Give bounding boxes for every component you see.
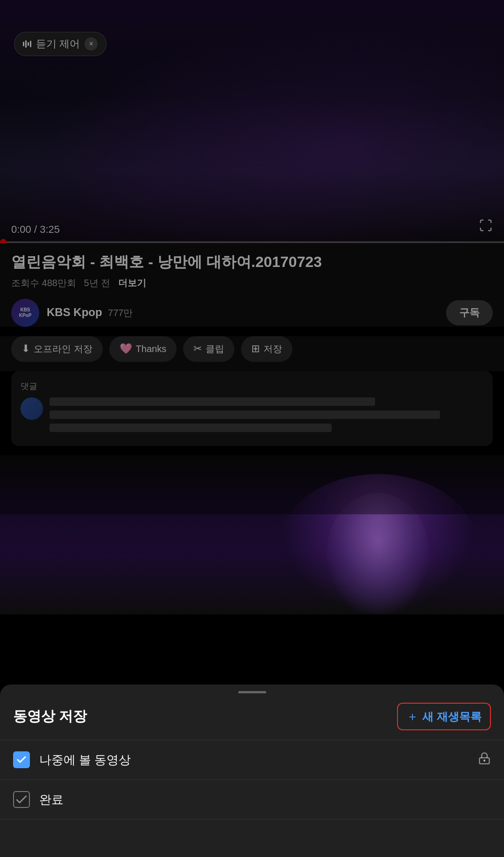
playlist-item-complete[interactable]: 완료 — [0, 780, 504, 820]
comment-line-3 — [50, 424, 332, 432]
comment-body — [21, 397, 483, 437]
offline-save-button[interactable]: ⬇ 오프라인 저장 — [11, 336, 103, 362]
sheet-title: 동영상 저장 — [13, 707, 87, 726]
channel-logo: KBS KPoP — [19, 307, 32, 318]
progress-bar[interactable] — [0, 241, 504, 243]
audio-icon — [23, 40, 31, 48]
video-info-section: 열린음악회 - 최백호 - 낭만에 대하여.20170723 조회수 488만회… — [0, 243, 504, 327]
bottom-sheet: 동영상 저장 ＋ 새 재생목록 나중에 볼 동영상 완료 — [0, 684, 504, 857]
lock-icon — [478, 752, 491, 768]
subscriber-count: 777만 — [108, 308, 133, 318]
svg-point-1 — [484, 760, 485, 761]
complete-label: 완료 — [39, 792, 491, 808]
save-label: 저장 — [263, 343, 282, 355]
action-buttons-row: ⬇ 오프라인 저장 🩷 Thanks ✂ 클립 ⊞ 저장 — [0, 336, 504, 371]
channel-name[interactable]: KBS Kpop — [47, 306, 102, 318]
more-link[interactable]: 더보기 — [118, 278, 146, 288]
comment-text — [50, 397, 483, 437]
save-icon: ⊞ — [251, 343, 260, 355]
progress-dot[interactable] — [0, 239, 7, 243]
performer-visual — [280, 474, 476, 614]
video-player[interactable]: 듣기 제어 × 0:00 / 3:25 — [0, 0, 504, 243]
fullscreen-icon[interactable] — [479, 218, 493, 236]
thanks-label: Thanks — [136, 344, 167, 354]
watch-later-label: 나중에 볼 동영상 — [39, 752, 469, 768]
clip-label: 클립 — [206, 343, 224, 355]
time-display: 0:00 / 3:25 — [11, 223, 60, 236]
channel-row: KBS KPoP KBS Kpop 777만 구독 — [11, 299, 493, 327]
plus-icon: ＋ — [406, 708, 419, 725]
new-playlist-label: 새 재생목록 — [422, 709, 482, 724]
subscribe-button[interactable]: 구독 — [446, 300, 493, 325]
checkbox-checked-icon — [13, 751, 30, 768]
comment-line-1 — [50, 397, 375, 406]
channel-avatar[interactable]: KBS KPoP — [11, 299, 39, 327]
thanks-button[interactable]: 🩷 Thanks — [109, 336, 177, 362]
listening-control-pill[interactable]: 듣기 제어 × — [14, 32, 106, 56]
comment-avatar — [21, 397, 43, 420]
view-count: 조회수 488만회 — [11, 278, 76, 288]
scissors-icon: ✂ — [193, 343, 202, 355]
channel-info: KBS Kpop 777만 — [47, 306, 439, 319]
heart-icon: 🩷 — [120, 343, 132, 355]
new-playlist-button[interactable]: ＋ 새 재생목록 — [397, 703, 491, 730]
sheet-header: 동영상 저장 ＋ 새 재생목록 — [0, 693, 504, 740]
video-area-2 — [0, 455, 504, 614]
download-icon: ⬇ — [21, 343, 30, 355]
close-icon[interactable]: × — [85, 37, 98, 50]
checkbox-unchecked-icon — [13, 791, 30, 808]
video-age: 5년 전 — [84, 278, 111, 288]
comment-line-2 — [50, 410, 440, 419]
video-title: 열린음악회 - 최백호 - 낭만에 대하여.20170723 — [11, 252, 493, 272]
listening-label: 듣기 제어 — [36, 37, 80, 51]
offline-save-label: 오프라인 저장 — [34, 343, 92, 355]
clip-button[interactable]: ✂ 클립 — [183, 336, 234, 362]
comment-header: 댓글 — [21, 381, 483, 392]
comment-preview[interactable]: 댓글 — [11, 371, 493, 446]
video-meta: 조회수 488만회 5년 전 더보기 — [11, 277, 493, 289]
save-button[interactable]: ⊞ 저장 — [241, 336, 292, 362]
playlist-item-watch-later[interactable]: 나중에 볼 동영상 — [0, 740, 504, 780]
